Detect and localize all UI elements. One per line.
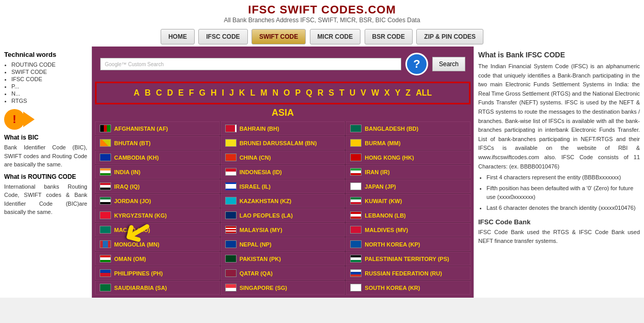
country-item[interactable]: PAKISTAN (PK)	[221, 252, 345, 266]
country-name: SAUDIARABIA (SA)	[114, 285, 167, 291]
country-name: BURMA (MM)	[365, 140, 400, 146]
country-flag-icon	[100, 139, 111, 147]
country-item[interactable]: SAUDIARABIA (SA)	[95, 281, 220, 295]
bullet-1: First 4 characters represent the entity …	[486, 173, 640, 182]
search-input[interactable]	[166, 60, 397, 68]
tech-item-n[interactable]: N...	[11, 90, 87, 97]
country-flag-icon	[100, 197, 111, 205]
country-item[interactable]: INDONESIA (ID)	[221, 165, 345, 179]
country-name: HONG KONG (HK)	[365, 155, 414, 161]
alpha-w[interactable]: W	[370, 87, 381, 99]
tech-item-ifsc[interactable]: IFSC CODE	[11, 76, 87, 82]
country-item[interactable]: AFGHANISTAN (AF)	[95, 121, 220, 135]
country-item[interactable]: LEBANON (LB)	[345, 208, 470, 222]
country-item[interactable]: IRAN (IR)	[345, 165, 470, 179]
country-item[interactable]: NORTH KOREA (KP)	[345, 237, 470, 251]
alpha-x[interactable]: X	[383, 87, 391, 99]
country-item[interactable]: LAO PEOPLES (LA)	[221, 208, 345, 222]
alpha-i[interactable]: I	[220, 87, 225, 99]
country-item[interactable]: BURMA (MM)	[345, 136, 470, 150]
country-item[interactable]: SINGAPORE (SG)	[221, 281, 345, 295]
alpha-h[interactable]: H	[209, 87, 218, 99]
alpha-z[interactable]: Z	[404, 87, 412, 99]
country-item[interactable]: JORDAN (JO)	[95, 194, 220, 208]
tech-item-swift[interactable]: SWIFT CODE	[11, 69, 87, 75]
country-flag-icon	[350, 125, 362, 132]
country-item[interactable]: PHILIPPINES (PH)	[95, 266, 220, 280]
alpha-n[interactable]: N	[271, 87, 280, 99]
country-name: BHUTAN (BT)	[114, 140, 151, 146]
alpha-b[interactable]: B	[143, 87, 152, 99]
country-item[interactable]: MONGOLIA (MN)	[95, 237, 220, 251]
search-button[interactable]: Search	[432, 57, 465, 71]
country-item[interactable]: BANGLADESH (BD)	[345, 121, 470, 135]
region-heading: ASIA	[95, 107, 470, 118]
tech-item-routing[interactable]: ROUTING CODE	[11, 61, 87, 68]
alpha-all[interactable]: ALL	[414, 87, 433, 99]
country-item[interactable]: PALESTINIAN TERRITORY (PS)	[345, 252, 470, 266]
country-item[interactable]: MACAO (MO)	[95, 223, 220, 237]
country-item[interactable]: BRUNEI DARUSSALAM (BN)	[221, 136, 345, 150]
country-name: CAMBODIA (KH)	[114, 155, 159, 161]
nav-home[interactable]: HOME	[161, 29, 195, 44]
bullet-2: Fifth position has been defaulted with a…	[486, 184, 640, 202]
country-flag-icon	[350, 139, 362, 147]
country-item[interactable]: KAZAKHSTAN (KZ)	[221, 194, 345, 208]
alpha-s[interactable]: S	[327, 87, 336, 99]
alpha-j[interactable]: J	[228, 87, 235, 99]
country-item[interactable]: CAMBODIA (KH)	[95, 150, 220, 164]
tech-item-p[interactable]: P...	[11, 83, 87, 89]
country-name: PALESTINIAN TERRITORY (PS)	[365, 256, 449, 262]
alpha-u[interactable]: U	[348, 87, 357, 99]
country-item[interactable]: IRAQ (IQ)	[95, 179, 220, 193]
country-item[interactable]: JAPAN (JP)	[345, 179, 470, 193]
alpha-q[interactable]: Q	[304, 87, 313, 99]
alpha-m[interactable]: M	[259, 87, 269, 99]
country-item[interactable]: BHUTAN (BT)	[95, 136, 220, 150]
left-sidebar: Technical words ROUTING CODE SWIFT CODE …	[0, 47, 92, 298]
country-item[interactable]: MALDIVES (MV)	[345, 223, 470, 237]
nav-swift[interactable]: SWIFT CODE	[252, 29, 306, 44]
country-item[interactable]: INDIA (IN)	[95, 165, 220, 179]
nav-ifsc[interactable]: IFSC CODE	[198, 29, 247, 44]
alpha-p[interactable]: P	[294, 87, 303, 99]
country-item[interactable]: NEPAL (NP)	[221, 237, 345, 251]
country-item[interactable]: KYRGYZSTAN (KG)	[95, 208, 220, 222]
country-item[interactable]: OMAN (OM)	[95, 252, 220, 266]
country-item[interactable]: BAHRAIN (BH)	[221, 121, 345, 135]
tech-item-rtgs[interactable]: RTGS	[11, 98, 87, 104]
warning-circle-icon: !	[4, 109, 25, 130]
nav-bsr[interactable]: BSR CODE	[365, 29, 413, 44]
alpha-f[interactable]: F	[187, 87, 196, 99]
nav-micr[interactable]: MICR CODE	[310, 29, 361, 44]
country-flag-icon	[225, 197, 237, 205]
country-flag-icon	[225, 284, 237, 291]
alpha-v[interactable]: V	[359, 87, 368, 99]
alpha-r[interactable]: R	[316, 87, 325, 99]
country-flag-icon	[350, 153, 362, 161]
country-flag-icon	[350, 240, 362, 248]
country-flag-icon	[100, 226, 111, 234]
alpha-l[interactable]: L	[248, 87, 257, 99]
alpha-o[interactable]: O	[282, 87, 291, 99]
main-layout: Technical words ROUTING CODE SWIFT CODE …	[0, 47, 644, 298]
country-flag-icon	[100, 211, 111, 219]
country-item[interactable]: QATAR (QA)	[221, 266, 345, 280]
alpha-e[interactable]: E	[177, 87, 185, 99]
alpha-d[interactable]: D	[165, 87, 175, 99]
alpha-k[interactable]: K	[238, 87, 247, 99]
alpha-c[interactable]: C	[154, 87, 164, 99]
country-item[interactable]: RUSSIAN FEDERATION (RU)	[345, 266, 470, 280]
question-button[interactable]: ?	[405, 53, 428, 75]
nav-zip[interactable]: ZIP & PIN CODES	[416, 29, 483, 44]
country-item[interactable]: KUWAIT (KW)	[345, 194, 470, 208]
country-item[interactable]: SOUTH KOREA (KR)	[345, 281, 470, 295]
country-item[interactable]: HONG KONG (HK)	[345, 150, 470, 164]
country-item[interactable]: ISRAEL (IL)	[221, 179, 345, 193]
alpha-g[interactable]: G	[197, 87, 207, 99]
country-item[interactable]: CHINA (CN)	[221, 150, 345, 164]
alpha-t[interactable]: T	[338, 87, 346, 99]
alpha-y[interactable]: Y	[394, 87, 402, 99]
country-item[interactable]: MALAYSIA (MY)	[221, 223, 345, 237]
alpha-a[interactable]: A	[132, 87, 142, 99]
